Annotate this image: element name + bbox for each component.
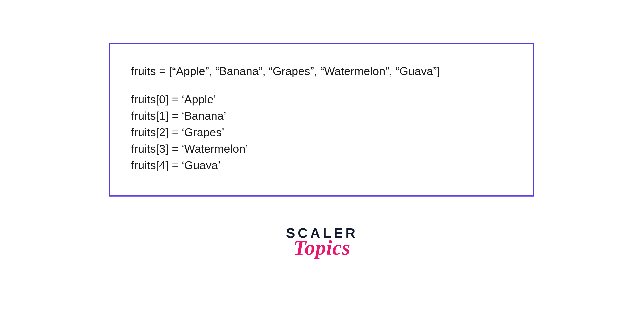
- code-index-line-0: fruits[0] = ‘Apple’: [131, 91, 514, 108]
- document-canvas: fruits = [“Apple”, “Banana”, “Grapes”, “…: [0, 0, 644, 313]
- scaler-topics-logo: SCALER Topics: [275, 226, 370, 257]
- code-example-box: fruits = [“Apple”, “Banana”, “Grapes”, “…: [109, 43, 534, 196]
- code-index-line-2: fruits[2] = ‘Grapes’: [131, 124, 514, 140]
- logo-word-topics: Topics: [275, 238, 370, 257]
- code-index-line-3: fruits[3] = ‘Watermelon’: [131, 140, 514, 157]
- code-index-line-4: fruits[4] = ‘Guava’: [131, 157, 514, 174]
- code-declaration-line: fruits = [“Apple”, “Banana”, “Grapes”, “…: [131, 63, 514, 79]
- code-index-line-1: fruits[1] = ‘Banana’: [131, 108, 514, 124]
- blank-line: [131, 79, 514, 91]
